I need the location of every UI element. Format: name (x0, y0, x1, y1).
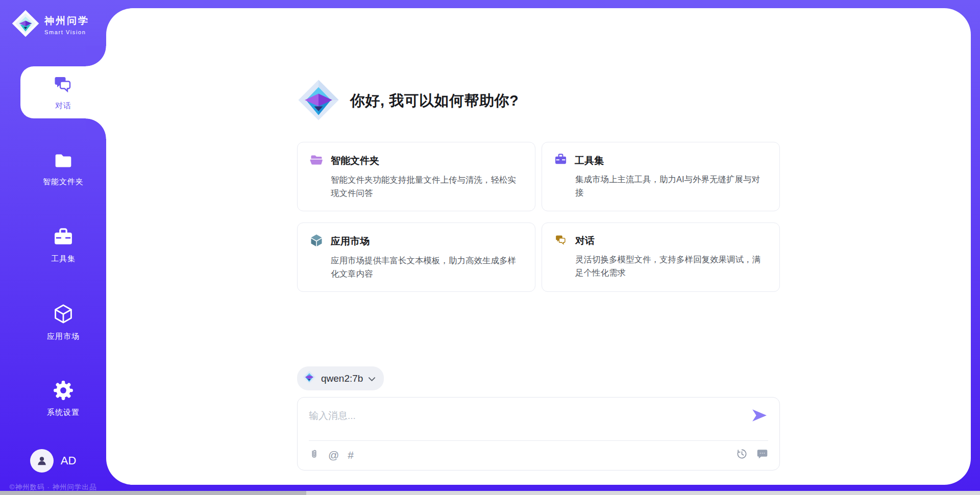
folder-open-icon (310, 153, 323, 168)
card-chat[interactable]: 对话 灵活切换多模型文件，支持多样回复效果调试，满足个性化需求 (542, 222, 780, 292)
mention-button[interactable]: @ (328, 449, 339, 461)
card-app-market[interactable]: 应用市场 应用市场提供丰富长文本模板，助力高效生成多样化文章内容 (297, 222, 535, 292)
sidebar-item-label: 系统设置 (47, 408, 80, 417)
sidebar-footer: AD ©神州数码 · 神州问学出品 (0, 449, 106, 495)
comment-icon (756, 448, 768, 462)
briefcase-icon (53, 227, 74, 250)
feature-cards: 智能文件夹 智能文件夹功能支持批量文件上传与清洗，轻松实现文件问答 工具集 集成… (297, 142, 780, 292)
sidebar-item-settings[interactable]: 系统设置 (20, 373, 106, 425)
divider (309, 440, 768, 441)
card-description: 智能文件夹功能支持批量文件上传与清洗，轻松实现文件问答 (331, 174, 523, 200)
card-description: 集成市场上主流工具，助力AI与外界无缝扩展与对接 (575, 173, 767, 199)
sidebar-item-label: 工具集 (51, 254, 76, 264)
avatar (30, 449, 54, 473)
sidebar-item-label: 智能文件夹 (43, 177, 84, 187)
cube-icon (52, 303, 75, 327)
sidebar-nav: 对话 智能文件夹 工具集 (0, 66, 106, 449)
gear-icon (53, 380, 74, 403)
attach-file-button[interactable] (309, 448, 320, 462)
folder-icon (53, 151, 74, 172)
model-name: qwen2:7b (321, 373, 363, 384)
brand-subtitle: Smart Vision (44, 29, 89, 35)
cube-blocks-icon (310, 234, 323, 249)
sidebar-item-label: 应用市场 (47, 332, 80, 341)
card-title: 智能文件夹 (331, 154, 379, 167)
briefcase-icon (554, 153, 567, 168)
brand: 神州问学 Smart Vision (0, 0, 106, 40)
model-selector[interactable]: qwen2:7b (297, 366, 384, 390)
composer: qwen2:7b (297, 366, 780, 471)
sidebar-item-app-market[interactable]: 应用市场 (20, 296, 106, 348)
message-input-box: @ # (297, 397, 780, 471)
sidebar-item-toolkit[interactable]: 工具集 (20, 219, 106, 271)
history-icon (736, 448, 748, 462)
card-title: 工具集 (575, 154, 604, 167)
card-title: 应用市场 (331, 235, 370, 248)
send-button[interactable] (751, 408, 768, 425)
chat-bubbles-icon (554, 234, 568, 248)
card-description: 应用市场提供丰富长文本模板，助力高效生成多样化文章内容 (331, 254, 523, 280)
message-input[interactable] (309, 410, 751, 422)
diamond-logo-icon (303, 370, 316, 386)
sidebar: 神州问学 Smart Vision 对话 智能文件夹 (0, 0, 106, 495)
card-title: 对话 (575, 234, 595, 247)
comment-button[interactable] (756, 448, 768, 462)
hash-icon: # (348, 449, 354, 461)
sidebar-item-label: 对话 (55, 101, 71, 111)
paperclip-icon (309, 448, 320, 462)
horizontal-scrollbar[interactable] (0, 491, 980, 495)
chevron-down-icon (368, 373, 376, 384)
history-button[interactable] (736, 448, 748, 462)
main-panel: 你好, 我可以如何帮助你? 智能文件夹 智能文件夹功能支持批量文件上传与清洗，轻… (106, 8, 971, 485)
send-arrow-icon (752, 409, 767, 424)
diamond-logo-icon (11, 9, 40, 40)
sidebar-item-smart-folder[interactable]: 智能文件夹 (20, 143, 106, 195)
topic-button[interactable]: # (348, 449, 354, 461)
greeting-text: 你好, 我可以如何帮助你? (350, 91, 519, 111)
user-account[interactable]: AD (0, 449, 106, 473)
user-initials: AD (61, 454, 77, 467)
diamond-logo-icon (297, 79, 340, 123)
sidebar-item-chat[interactable]: 对话 (20, 66, 106, 118)
at-icon: @ (328, 449, 339, 461)
chat-bubbles-icon (52, 74, 75, 96)
card-description: 灵活切换多模型文件，支持多样回复效果调试，满足个性化需求 (575, 253, 767, 279)
card-toolkit[interactable]: 工具集 集成市场上主流工具，助力AI与外界无缝扩展与对接 (542, 142, 780, 211)
greeting: 你好, 我可以如何帮助你? (297, 79, 780, 123)
card-smart-folder[interactable]: 智能文件夹 智能文件夹功能支持批量文件上传与清洗，轻松实现文件问答 (297, 142, 535, 211)
brand-name: 神州问学 (44, 14, 89, 28)
scrollbar-thumb[interactable] (0, 491, 306, 495)
